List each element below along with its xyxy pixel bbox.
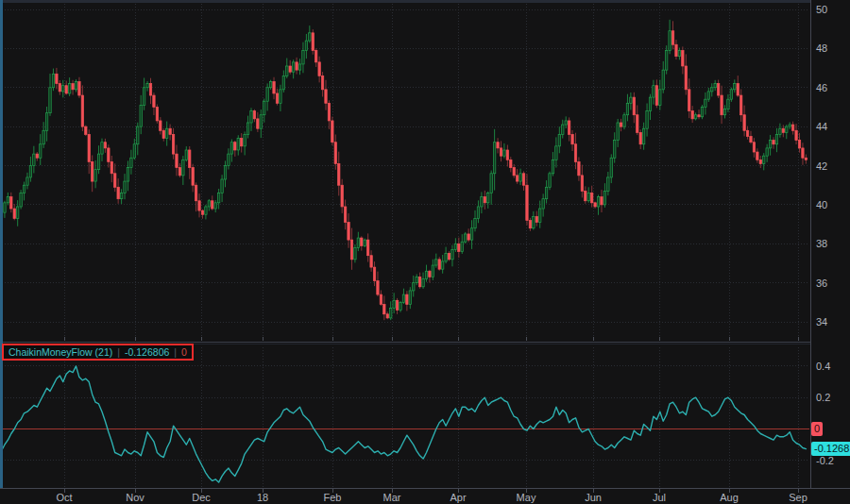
pane-separator[interactable] <box>0 342 850 343</box>
price-tick-label: 50 <box>816 4 827 15</box>
cmf-zero-badge: 0 <box>811 422 823 436</box>
price-tick-label: 46 <box>816 82 827 93</box>
chart-window: ChaikinMoneyFlow (21) | -0.126806 | 0 50… <box>0 0 850 504</box>
price-tick-label: 48 <box>816 42 827 54</box>
indicator-legend[interactable]: ChaikinMoneyFlow (21) | -0.126806 | 0 <box>2 344 194 361</box>
cmf-tick-label: -0.2 <box>816 455 834 466</box>
time-tick-label: 18 <box>257 492 268 503</box>
cmf-line <box>2 366 807 482</box>
indicator-zero-param: 0 <box>181 346 187 358</box>
price-tick-label: 42 <box>816 160 827 172</box>
grid-layer <box>2 347 809 488</box>
time-tick-label: Mar <box>383 492 401 503</box>
price-pane-bottom-ticks <box>64 337 798 341</box>
indicator-pane-canvas[interactable] <box>0 344 810 488</box>
time-tick-label: Nov <box>126 492 144 503</box>
legend-separator: | <box>117 346 120 358</box>
time-tick-label: Apr <box>450 492 466 503</box>
price-tick-label: 44 <box>816 121 827 132</box>
time-tick-label: Jun <box>585 492 602 503</box>
legend-separator: | <box>174 346 177 358</box>
time-tick-label: Jul <box>653 492 666 503</box>
time-tick-label: May <box>517 492 536 503</box>
candles-layer <box>0 20 807 320</box>
time-tick-label: Oct <box>56 492 72 503</box>
indicator-title: ChaikinMoneyFlow (21) <box>8 346 112 358</box>
price-tick-label: 34 <box>816 316 827 328</box>
indicator-value: -0.126806 <box>125 346 169 358</box>
cmf-last-value-badge: -0.1268 <box>811 442 850 456</box>
price-tick-label: 38 <box>816 238 827 249</box>
grid-layer <box>2 4 809 341</box>
price-pane-canvas[interactable] <box>0 0 810 342</box>
time-tick-label: Feb <box>324 492 342 503</box>
chart-top-border <box>0 0 850 3</box>
cmf-tick-label: 0.2 <box>816 392 830 403</box>
price-tick-label: 36 <box>816 277 827 289</box>
time-tick-label: Sep <box>789 492 808 503</box>
time-axis[interactable]: OctNovDec18FebMarAprMayJunJulAugSep <box>0 488 850 504</box>
price-tick-label: 40 <box>816 199 827 210</box>
time-tick-label: Aug <box>720 492 739 503</box>
time-tick-label: Dec <box>192 492 211 503</box>
chart-selected-accent <box>0 0 3 488</box>
price-axis[interactable]: 5048464442403836340.40.2-0.2 <box>810 0 850 488</box>
cmf-tick-label: 0.4 <box>816 361 830 372</box>
